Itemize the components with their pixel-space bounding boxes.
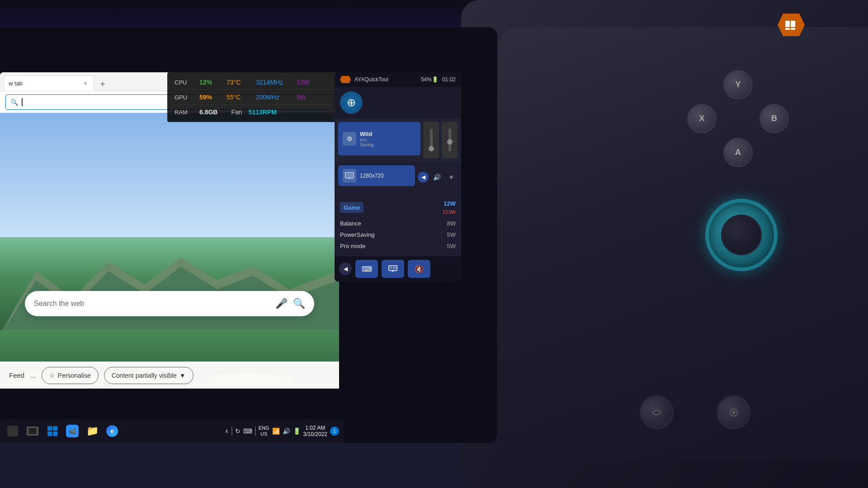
region-text: US	[259, 431, 269, 437]
brightness-slider[interactable]	[442, 122, 458, 158]
nav-left-arrow[interactable]: ◀	[418, 172, 429, 183]
slider-track-1	[430, 129, 433, 151]
sound-nav-button[interactable]: 🔇	[408, 260, 430, 278]
steam-button[interactable]: ⊕	[335, 87, 461, 118]
content-partial-label: Content partially visible	[112, 372, 177, 379]
bottom-left-button[interactable]	[640, 395, 674, 429]
resolution-row: 1280x720 ◀ 🔊 ☀	[338, 165, 458, 189]
tab-close-button[interactable]: ✕	[82, 80, 89, 87]
aya-title: AYAQuickTool	[354, 76, 388, 83]
cpu-temp: 73°C	[226, 79, 251, 86]
taskbar-icon-unknown[interactable]	[24, 422, 42, 440]
feed-options-button[interactable]: ...	[30, 371, 36, 380]
y-button[interactable]: Y	[723, 70, 753, 99]
wild-text-area: Wild exc. Saving	[360, 131, 374, 147]
cpu-row: CPU 12% 73°C 3214MHz 13W	[175, 77, 332, 88]
cpu-label: CPU	[175, 79, 195, 86]
bottom-right-button[interactable]	[717, 395, 750, 429]
slider-thumb-1	[429, 146, 434, 151]
promode-row[interactable]: Pro mode 5W	[340, 240, 456, 252]
wild-sub1: exc.	[360, 137, 374, 142]
aya-panel-header: AYAQuickTool 54%🔋 01:02	[335, 72, 461, 87]
svg-rect-0	[785, 21, 790, 27]
notification-count: 1	[333, 428, 336, 434]
wifi-icon: 📶	[272, 427, 280, 435]
resolution-button[interactable]: 1280x720	[338, 165, 415, 186]
lang-text: ENG	[259, 425, 269, 431]
promode-watt: 5W	[447, 243, 456, 249]
new-tab-button[interactable]: +	[96, 77, 109, 91]
gpu-watt: 9W	[297, 94, 306, 101]
notification-badge[interactable]: 1	[330, 427, 339, 436]
screen-nav-button[interactable]	[382, 260, 404, 278]
fan-rpm: 5113RPM	[249, 108, 277, 116]
mountains-far	[0, 244, 339, 334]
svg-rect-18	[390, 267, 392, 268]
content-partial-button[interactable]: Content partially visible ▼	[104, 367, 193, 384]
screen-container: w tab ✕ + 🔍 s, place your favorites here…	[0, 27, 497, 443]
game-watt: 12W	[443, 200, 456, 207]
taskbar-icon-edge[interactable]: e	[103, 422, 121, 440]
a-label: A	[735, 148, 741, 157]
svg-rect-3	[791, 28, 795, 30]
svg-rect-12	[346, 174, 353, 177]
controller-body	[497, 27, 868, 461]
gpu-freq: 200MHz	[256, 94, 292, 101]
svg-rect-15	[389, 266, 397, 271]
game-mode-row[interactable]: Game 12W 13.0W	[340, 197, 456, 218]
star-icon: ☆	[49, 372, 55, 379]
chevron-down-icon: ▼	[179, 372, 186, 379]
aya-quick-tool-panel: AYAQuickTool 54%🔋 01:02 ⊕ ⚙ Wild exc. Sa…	[335, 72, 461, 282]
volume-icon: 🔊	[430, 171, 443, 183]
feed-label: Feed	[9, 371, 24, 379]
a-button[interactable]: A	[723, 138, 753, 167]
clock-area[interactable]: 1:02 AM 3/10/2022	[303, 425, 327, 437]
cpu-percent: 12%	[199, 79, 222, 86]
wild-mode-button[interactable]: ⚙ Wild exc. Saving	[338, 122, 420, 155]
taskbar-icon-folder[interactable]: 📁	[83, 422, 101, 440]
search-magnifier-icon[interactable]: 🔍	[293, 298, 305, 310]
controller-area: Y X B A	[461, 0, 868, 488]
taskbar-icon-windows[interactable]	[4, 422, 22, 440]
game-watt-area: 12W 13.0W	[443, 199, 456, 216]
stick-inner	[721, 215, 762, 255]
fan-label: Fan	[231, 108, 242, 116]
search-web-bar[interactable]: Search the web 🎤 🔍	[25, 291, 314, 316]
ram-row: RAM 6.8GB Fan 5113RPM	[175, 107, 332, 117]
back-nav-button[interactable]: ◀	[339, 263, 352, 275]
powersaving-label: PowerSaving	[340, 231, 375, 238]
b-button[interactable]: B	[760, 104, 789, 133]
svg-rect-1	[791, 21, 795, 27]
wild-label: Wild	[360, 131, 374, 137]
gpu-row: GPU 59% 55°C 200MHz 9W	[175, 92, 332, 103]
tab-label: w tab	[9, 80, 23, 87]
hw-divider-1	[175, 89, 332, 90]
landscape-background	[0, 113, 339, 389]
volume-slider[interactable]	[423, 122, 439, 158]
clock-time: 1:02 AM	[303, 425, 327, 431]
language-indicator[interactable]: ENG US	[259, 425, 269, 437]
keyboard-nav-button[interactable]: ⌨	[355, 260, 378, 278]
taskbar-icon-zoom[interactable]: 📹	[63, 422, 81, 440]
tray-divider	[231, 427, 232, 436]
taskbar-icon-tiles[interactable]	[43, 422, 61, 440]
powersaving-mode-row[interactable]: PowerSaving 5W	[340, 229, 456, 240]
personalise-button[interactable]: ☆ Personalise	[42, 367, 99, 384]
cpu-watt: 13W	[297, 79, 310, 86]
resolution-value: 1280x720	[360, 173, 384, 179]
game-sub-watt: 13.0W	[443, 210, 456, 215]
browser-tab[interactable]: w tab ✕	[4, 75, 94, 91]
x-button[interactable]: X	[687, 104, 717, 133]
mic-icon[interactable]: 🎤	[275, 298, 288, 310]
windows-taskbar: 📹 📁 e ∧ ↻ ⌨ ENG US 📶 🔊 🔋	[0, 419, 344, 443]
ram-value: 6.8GB	[199, 108, 217, 116]
balance-mode-row[interactable]: Balance 8W	[340, 218, 456, 229]
wild-icon: ⚙	[343, 132, 356, 145]
aya-logo-small	[340, 76, 351, 83]
tray-expand-button[interactable]: ∧	[225, 428, 229, 434]
cursor	[22, 98, 23, 106]
gpu-temp: 55°C	[226, 94, 251, 101]
right-analog-stick[interactable]	[705, 199, 778, 271]
tray-divider2	[255, 427, 256, 436]
battery-tray-icon: 🔋	[293, 427, 301, 435]
